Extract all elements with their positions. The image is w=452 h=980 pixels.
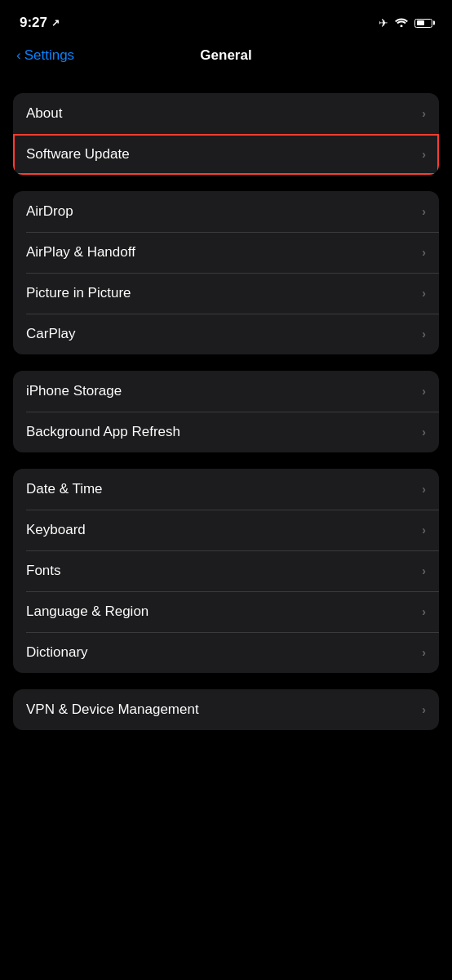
settings-item-label-about: About <box>26 105 62 122</box>
status-icons: ✈ <box>379 16 432 29</box>
settings-item-label-picture-in-picture: Picture in Picture <box>26 285 131 301</box>
settings-item-keyboard[interactable]: Keyboard› <box>13 510 439 550</box>
settings-item-label-vpn-device-management: VPN & Device Management <box>26 702 199 718</box>
settings-item-label-language-region: Language & Region <box>26 604 148 620</box>
settings-item-label-dictionary: Dictionary <box>26 644 88 661</box>
airplane-icon: ✈ <box>379 16 388 29</box>
settings-group-group1: About›Software Update› <box>13 93 439 175</box>
settings-item-airdrop[interactable]: AirDrop› <box>13 191 439 232</box>
settings-item-fonts[interactable]: Fonts› <box>13 550 439 591</box>
back-label: Settings <box>24 47 74 64</box>
settings-item-dictionary[interactable]: Dictionary› <box>13 632 439 673</box>
nav-bar: ‹ Settings General <box>0 41 452 77</box>
settings-item-carplay[interactable]: CarPlay› <box>13 314 439 354</box>
settings-item-label-airdrop: AirDrop <box>26 203 73 220</box>
chevron-icon-date-time: › <box>422 483 426 496</box>
wifi-icon <box>395 16 408 29</box>
chevron-icon-about: › <box>422 107 426 120</box>
settings-group-group4: Date & Time›Keyboard›Fonts›Language & Re… <box>13 469 439 673</box>
settings-item-label-date-time: Date & Time <box>26 481 103 497</box>
back-button[interactable]: ‹ Settings <box>16 47 74 64</box>
chevron-icon-dictionary: › <box>422 646 426 659</box>
settings-item-airplay-handoff[interactable]: AirPlay & Handoff› <box>13 232 439 273</box>
settings-item-software-update[interactable]: Software Update› <box>13 134 439 175</box>
settings-item-iphone-storage[interactable]: iPhone Storage› <box>13 371 439 412</box>
time-display: 9:27 <box>20 15 47 31</box>
settings-item-label-background-app-refresh: Background App Refresh <box>26 424 180 440</box>
settings-item-date-time[interactable]: Date & Time› <box>13 469 439 510</box>
settings-item-label-iphone-storage: iPhone Storage <box>26 383 122 399</box>
location-icon: ↗ <box>51 17 60 29</box>
settings-item-label-airplay-handoff: AirPlay & Handoff <box>26 244 135 261</box>
settings-content: About›Software Update›AirDrop›AirPlay & … <box>0 77 452 730</box>
battery-icon <box>414 19 432 28</box>
chevron-icon-airplay-handoff: › <box>422 246 426 259</box>
settings-item-language-region[interactable]: Language & Region› <box>13 591 439 632</box>
chevron-icon-language-region: › <box>422 605 426 618</box>
chevron-icon-picture-in-picture: › <box>422 287 426 300</box>
page-title: General <box>200 47 251 64</box>
status-time-container: 9:27 ↗ <box>20 15 60 31</box>
status-bar: 9:27 ↗ ✈ <box>0 0 452 41</box>
settings-item-label-carplay: CarPlay <box>26 326 75 342</box>
settings-group-group2: AirDrop›AirPlay & Handoff›Picture in Pic… <box>13 191 439 354</box>
chevron-icon-iphone-storage: › <box>422 385 426 398</box>
chevron-icon-fonts: › <box>422 564 426 577</box>
settings-item-label-software-update: Software Update <box>26 146 130 163</box>
settings-item-background-app-refresh[interactable]: Background App Refresh› <box>13 412 439 452</box>
settings-item-label-keyboard: Keyboard <box>26 522 86 538</box>
settings-item-vpn-device-management[interactable]: VPN & Device Management› <box>13 689 439 730</box>
settings-item-label-fonts: Fonts <box>26 563 61 579</box>
back-chevron-icon: ‹ <box>16 47 21 64</box>
chevron-icon-keyboard: › <box>422 523 426 537</box>
settings-item-about[interactable]: About› <box>13 93 439 134</box>
settings-group-group5: VPN & Device Management› <box>13 689 439 730</box>
settings-item-picture-in-picture[interactable]: Picture in Picture› <box>13 273 439 314</box>
chevron-icon-carplay: › <box>422 327 426 341</box>
chevron-icon-background-app-refresh: › <box>422 425 426 439</box>
settings-group-group3: iPhone Storage›Background App Refresh› <box>13 371 439 452</box>
chevron-icon-airdrop: › <box>422 205 426 218</box>
chevron-icon-vpn-device-management: › <box>422 703 426 716</box>
chevron-icon-software-update: › <box>422 148 426 161</box>
